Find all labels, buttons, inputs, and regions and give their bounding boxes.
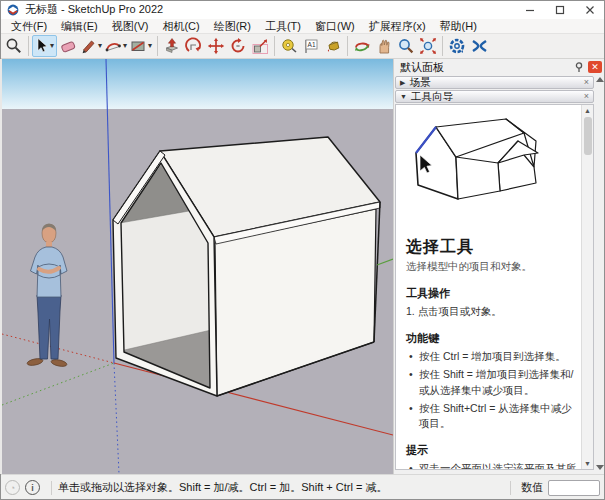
rotate-icon xyxy=(229,37,247,55)
menu-help[interactable]: 帮助(H) xyxy=(433,19,484,34)
instructor-key-item: 按住 Shift+Ctrl = 从选择集中减少项目。 xyxy=(406,401,577,431)
status-bar: ◔ i 单击或拖动以选择对象。Shift = 加/减。Ctrl = 加。Shif… xyxy=(0,474,605,500)
svg-text:A1: A1 xyxy=(308,41,316,48)
toolbar-separator xyxy=(274,36,275,56)
viewport-canvas[interactable] xyxy=(2,59,393,474)
main-area: 默认面板 ✕ ▶ 场景 × ▼ 工具向导 xyxy=(0,59,605,474)
tray-body: ▶ 场景 × ▼ 工具向导 × xyxy=(394,75,605,474)
move-icon xyxy=(207,37,225,55)
getting-started-toolbar: ▾ ▾ ▾ ▾ xyxy=(0,34,605,59)
rectangle-tool-button[interactable]: ▾ xyxy=(129,35,154,57)
default-tray: 默认面板 ✕ ▶ 场景 × ▼ 工具向导 xyxy=(393,59,605,474)
extension-butterfly-icon xyxy=(470,37,489,55)
close-button[interactable] xyxy=(575,0,605,19)
chevron-right-icon: ▶ xyxy=(400,79,405,86)
search-tool-button[interactable] xyxy=(3,35,25,57)
scroll-down-icon[interactable]: ▼ xyxy=(582,458,594,469)
offset-icon xyxy=(185,37,203,55)
extension-tool-button-1[interactable] xyxy=(446,35,468,57)
statusbar-separator xyxy=(510,481,511,495)
search-icon xyxy=(5,37,23,55)
instructor-subtitle: 选择模型中的项目和对象。 xyxy=(406,260,577,274)
tray-title: 默认面板 xyxy=(400,60,573,75)
instructor-panel: 选择工具 选择模型中的项目和对象。 工具操作 1. 点击项目或对象。 功能键 按… xyxy=(395,104,594,470)
model-viewport[interactable] xyxy=(0,59,393,474)
instructor-content: 选择工具 选择模型中的项目和对象。 工具操作 1. 点击项目或对象。 功能键 按… xyxy=(396,105,581,469)
panel-label: 场景 xyxy=(409,77,583,88)
pan-hand-icon xyxy=(375,37,393,55)
menu-window[interactable]: 窗口(W) xyxy=(308,19,362,34)
rotate-tool-button[interactable] xyxy=(227,35,249,57)
zoom-extents-tool-button[interactable] xyxy=(417,35,439,57)
tape-measure-icon xyxy=(280,37,298,55)
arc-tool-button[interactable]: ▾ xyxy=(104,35,129,57)
eraser-tool-button[interactable] xyxy=(57,35,79,57)
pan-tool-button[interactable] xyxy=(373,35,395,57)
panel-bar-instructor[interactable]: ▼ 工具向导 × xyxy=(395,90,594,103)
zoom-tool-button[interactable] xyxy=(395,35,417,57)
panel-label: 工具向导 xyxy=(411,91,584,102)
tray-scroll-strip[interactable] xyxy=(595,75,605,474)
instructor-scrollbar[interactable]: ▲ ▼ xyxy=(581,105,593,469)
orbit-tool-button[interactable] xyxy=(351,35,373,57)
statusbar-separator xyxy=(51,481,52,495)
pushpull-icon xyxy=(163,37,181,55)
tray-close-button[interactable]: ✕ xyxy=(588,61,602,73)
instructor-heading-operation: 工具操作 xyxy=(406,286,577,301)
menu-edit[interactable]: 编辑(E) xyxy=(54,19,105,34)
chevron-down-icon[interactable]: ▾ xyxy=(123,35,127,57)
scale-tool-button[interactable] xyxy=(249,35,271,57)
menu-file[interactable]: 文件(F) xyxy=(4,19,54,34)
zoom-icon xyxy=(397,37,415,55)
chevron-down-icon[interactable]: ▾ xyxy=(98,35,102,57)
menu-extensions[interactable]: 扩展程序(x) xyxy=(362,19,433,34)
menu-camera[interactable]: 相机(C) xyxy=(155,19,206,34)
menu-bar: 文件(F) 编辑(E) 视图(V) 相机(C) 绘图(R) 工具(T) 窗口(W… xyxy=(0,19,605,34)
extension-ring-magnifier-icon xyxy=(448,37,467,55)
move-tool-button[interactable] xyxy=(205,35,227,57)
extension-tool-button-2[interactable] xyxy=(468,35,490,57)
scroll-up-icon[interactable]: ▲ xyxy=(582,105,594,116)
menu-draw[interactable]: 绘图(R) xyxy=(207,19,258,34)
paint-bucket-tool-button[interactable] xyxy=(322,35,344,57)
toolbar-separator xyxy=(442,36,443,56)
offset-tool-button[interactable] xyxy=(183,35,205,57)
panel-bar-scenes[interactable]: ▶ 场景 × xyxy=(395,76,594,89)
tray-scroll-up-icon[interactable] xyxy=(596,77,604,82)
pin-icon[interactable] xyxy=(573,61,585,73)
pushpull-tool-button[interactable] xyxy=(161,35,183,57)
tray-scroll-down-icon[interactable] xyxy=(596,465,604,470)
chevron-down-icon[interactable]: ▾ xyxy=(50,35,54,57)
panel-close-icon[interactable]: × xyxy=(584,92,589,101)
tape-measure-tool-button[interactable] xyxy=(278,35,300,57)
toolbar-separator xyxy=(347,36,348,56)
measurements-input[interactable] xyxy=(548,480,600,496)
toolbar-separator xyxy=(157,36,158,56)
instructor-operation-step: 1. 点击项目或对象。 xyxy=(406,304,577,319)
tray-header: 默认面板 ✕ xyxy=(394,59,605,75)
scale-icon xyxy=(251,37,269,55)
chevron-down-icon[interactable]: ▾ xyxy=(148,35,152,57)
maximize-button[interactable] xyxy=(545,0,575,19)
minimize-button[interactable] xyxy=(515,0,545,19)
menu-tools[interactable]: 工具(T) xyxy=(258,19,308,34)
window-title: 无标题 - SketchUp Pro 2022 xyxy=(25,2,163,17)
instructor-key-item: 按住 Shift = 增加项目到选择集和/或从选择集中减少项目。 xyxy=(406,367,577,397)
select-tool-button[interactable]: ▾ xyxy=(32,35,57,57)
tray-content: ▶ 场景 × ▼ 工具向导 × xyxy=(394,75,595,474)
info-icon[interactable]: i xyxy=(25,480,40,495)
instructor-heading-keys: 功能键 xyxy=(406,331,577,346)
panel-close-icon[interactable]: × xyxy=(584,78,589,87)
menu-view[interactable]: 视图(V) xyxy=(105,19,156,34)
title-bar: 无标题 - SketchUp Pro 2022 xyxy=(0,0,605,19)
rectangle-icon xyxy=(129,37,147,55)
line-tool-button[interactable]: ▾ xyxy=(79,35,104,57)
geolocation-icon[interactable]: ◔ xyxy=(5,480,20,495)
instructor-title: 选择工具 xyxy=(406,237,577,258)
scrollbar-thumb[interactable] xyxy=(584,117,592,155)
text-tool-button[interactable]: A1 xyxy=(300,35,322,57)
instructor-keys-list: 按住 Ctrl = 增加项目到选择集。 按住 Shift = 增加项目到选择集和… xyxy=(406,349,577,431)
sky xyxy=(2,59,393,109)
status-hint-text: 单击或拖动以选择对象。Shift = 加/减。Ctrl = 加。Shift + … xyxy=(58,480,504,495)
paint-bucket-icon xyxy=(324,37,342,55)
